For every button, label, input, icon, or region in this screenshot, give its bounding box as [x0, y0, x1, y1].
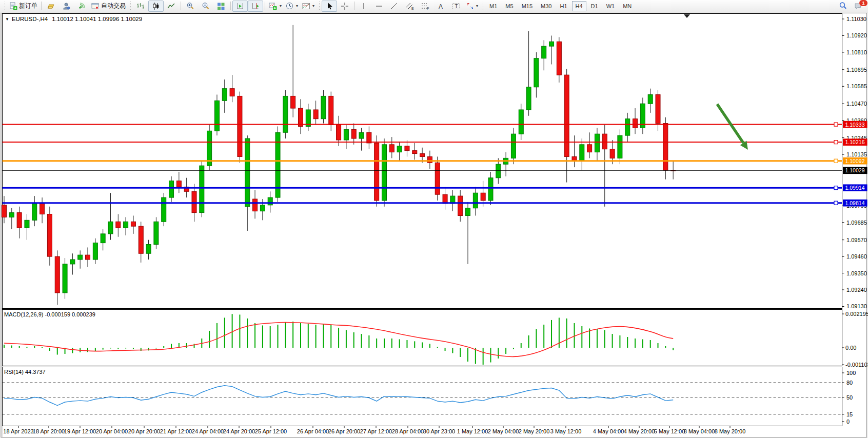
- time-axis-label: 8 May 20:00: [715, 428, 746, 434]
- new-order-button[interactable]: 新订单: [7, 1, 40, 12]
- candlestick-chart-icon: [152, 2, 160, 10]
- timeframe-button-h4[interactable]: H4: [572, 1, 586, 11]
- tile-windows-button[interactable]: [213, 1, 229, 12]
- text-label-tool[interactable]: T: [448, 1, 464, 12]
- market-depth-button[interactable]: [43, 1, 58, 12]
- signals-button[interactable]: [74, 1, 89, 12]
- chart-shift-icon: [251, 2, 260, 10]
- templates-button[interactable]: ▾: [300, 1, 317, 12]
- auto-trading-label: 自动交易: [101, 2, 126, 10]
- time-axis-label: 28 Apr 04:00: [392, 428, 424, 434]
- chart-symbol-period: EURUSD-,H4: [12, 16, 48, 22]
- fibonacci-tool[interactable]: F: [418, 1, 433, 12]
- price-badge-label: 1.10029: [845, 167, 865, 173]
- crosshair-button[interactable]: [337, 1, 352, 12]
- toolbar-separator: [181, 2, 181, 10]
- timeframe-button-m1[interactable]: M1: [486, 1, 501, 11]
- time-axis-label: 27 Apr 12:00: [360, 428, 392, 434]
- price-line-handle[interactable]: [834, 123, 838, 126]
- chart-title: ▼EURUSD-,H41.10012 1.10041 1.09996 1.100…: [5, 16, 142, 22]
- chart-canvas[interactable]: 1.110301.109201.108101.106951.105851.104…: [0, 0, 868, 438]
- auto-trading-button[interactable]: 自动交易: [89, 1, 128, 12]
- chart-shift-button[interactable]: [248, 1, 263, 12]
- periods-button[interactable]: ▾: [284, 1, 300, 12]
- horizontal-line-tool[interactable]: [371, 1, 387, 12]
- line-chart-button[interactable]: [164, 1, 179, 12]
- text-tool[interactable]: A: [433, 1, 448, 12]
- svg-text:A: A: [439, 3, 443, 10]
- rsi-tick-label: 100: [846, 370, 856, 376]
- price-badge-label: 1.10216: [845, 139, 865, 145]
- rsi-indicator-label: RSI(14) 44.3737: [4, 369, 46, 375]
- price-line-handle[interactable]: [834, 159, 838, 163]
- signal-icon: [77, 2, 86, 10]
- timeframe-button-d1[interactable]: D1: [587, 1, 602, 11]
- timeframe-button-h1[interactable]: H1: [556, 1, 570, 11]
- chart-ohlc-values: 1.10012 1.10041 1.09996 1.10029: [52, 16, 142, 22]
- periods-dropdown-caret[interactable]: ▾: [296, 4, 298, 8]
- timeframe-button-m5[interactable]: M5: [502, 1, 517, 11]
- time-axis-label: 4 May 04:00: [593, 428, 624, 434]
- text-icon: A: [437, 2, 444, 10]
- timeframe-button-w1[interactable]: W1: [603, 1, 619, 11]
- rsi-tick-label: 0: [846, 419, 850, 425]
- cursor-button[interactable]: [322, 1, 337, 12]
- toolbar-separator: [230, 2, 231, 10]
- notifications-button[interactable]: 1: [851, 1, 866, 12]
- toolbar-separator: [41, 2, 42, 10]
- macd-tick-label: 0.00: [845, 345, 856, 351]
- search-button[interactable]: [835, 1, 851, 12]
- candlestick-chart-button[interactable]: [148, 1, 164, 12]
- vertical-line-icon: [360, 2, 367, 10]
- templates-dropdown-caret[interactable]: ▾: [312, 4, 314, 8]
- indicators-button[interactable]: ▾: [267, 1, 284, 12]
- toolbar-grip[interactable]: [318, 2, 320, 10]
- time-axis-label: 20 Apr 04:00: [96, 428, 128, 434]
- price-badge-label: 1.10333: [845, 122, 865, 128]
- horizontal-line-icon: [375, 2, 383, 10]
- time-axis-label: 5 May 12:00: [654, 428, 685, 434]
- clock-icon: [286, 2, 294, 10]
- timeframe-button-m30[interactable]: M30: [537, 1, 555, 11]
- toolbar-right-cluster: 1: [835, 1, 866, 12]
- price-tick-label: 1.10920: [846, 32, 867, 38]
- notification-count-badge: 1: [859, 0, 868, 7]
- arrows-tool[interactable]: ▾: [464, 1, 480, 12]
- rsi-tick-label: 80: [846, 380, 853, 386]
- time-axis-label: 2 May 20:00: [519, 428, 550, 434]
- community-button[interactable]: [58, 1, 74, 12]
- text-label-icon: T: [452, 2, 461, 10]
- auto-scroll-button[interactable]: [232, 1, 248, 12]
- time-axis-label: 1 May 12:00: [457, 428, 488, 434]
- price-badge-label: 1.09914: [845, 185, 865, 191]
- price-badge-label: 1.09814: [845, 200, 865, 206]
- toolbar-grip[interactable]: [4, 2, 6, 10]
- price-line-handle[interactable]: [834, 186, 838, 190]
- time-axis-label: 4 May 20:00: [624, 428, 655, 434]
- trendline-tool[interactable]: [387, 1, 402, 12]
- person-icon: [62, 2, 70, 10]
- toolbar-grip[interactable]: [129, 2, 131, 10]
- timeframe-button-m15[interactable]: M15: [518, 1, 536, 11]
- time-axis-label: 19 Apr 12:00: [64, 428, 96, 434]
- svg-text:E: E: [411, 7, 414, 10]
- arrows-dropdown-caret[interactable]: ▾: [476, 4, 478, 8]
- time-axis-label: 18 Apr 20:00: [33, 428, 65, 434]
- crosshair-icon: [341, 2, 349, 10]
- time-axis-label: 24 Apr 04:00: [192, 428, 224, 434]
- zoom-in-button[interactable]: [183, 1, 198, 12]
- time-axis-label: 18 Apr 2023: [3, 428, 33, 434]
- price-line-handle[interactable]: [834, 141, 838, 144]
- zoom-out-button[interactable]: [198, 1, 213, 12]
- vertical-line-tool[interactable]: [356, 1, 371, 12]
- timeframe-button-mn[interactable]: MN: [619, 1, 635, 11]
- time-axis-label: 3 May 12:00: [550, 428, 582, 434]
- toolbar-grip[interactable]: [482, 2, 484, 10]
- indicators-dropdown-caret[interactable]: ▾: [280, 4, 282, 8]
- equidistant-channel-tool[interactable]: E: [402, 1, 418, 12]
- price-line-handle[interactable]: [834, 201, 838, 205]
- channel-icon: E: [405, 2, 415, 10]
- bar-chart-button[interactable]: [133, 1, 148, 12]
- one-click-trading-arrow[interactable]: ▼: [5, 17, 9, 22]
- trendline-icon: [390, 2, 399, 10]
